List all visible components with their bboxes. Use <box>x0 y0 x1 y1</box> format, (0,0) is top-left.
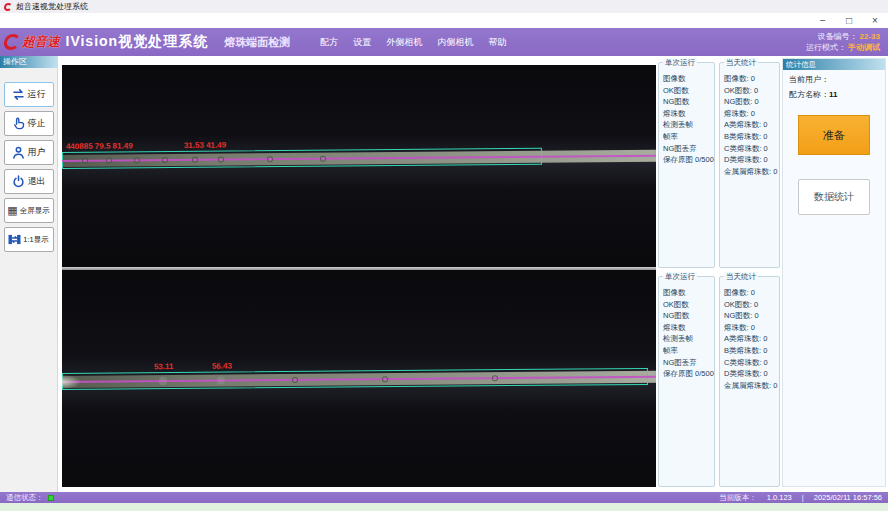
minimize-icon[interactable]: − <box>810 14 836 28</box>
menu-bar: 配方设置外侧相机内侧相机帮助 <box>320 36 506 49</box>
stop-hand-icon <box>12 117 25 130</box>
menu-item[interactable]: 设置 <box>353 36 371 49</box>
device-info: 设备编号：22-33 运行模式：手动调试 <box>806 31 888 53</box>
app-logo-icon <box>3 3 12 11</box>
bead-mark <box>382 376 388 382</box>
single-run-groupbox: 单次运行 图像数OK图数NG图数熔珠数检测丢帧帧率NG图丢弃保存原图 0/500 <box>658 276 715 487</box>
app-subtitle: 熔珠端面检测 <box>224 35 290 50</box>
one-to-one-button-label: 1:1显示 <box>23 235 48 245</box>
measurement-annotation: 440885 79.5 81.49 <box>66 141 133 151</box>
stat-value: D类熔珠数: 0 <box>724 154 776 166</box>
comm-status: 通信状态： <box>6 493 54 503</box>
device-number-label: 设备编号： <box>818 32 858 41</box>
status-bar: 通信状态： 当前版本： 1.0.123 | 2025/02/11 16:57:5… <box>0 492 888 503</box>
bead-mark <box>106 158 112 164</box>
daily-stats-items: 图像数: 0OK图数: 0NG图数: 0熔珠数: 0A类熔珠数: 0B类熔珠数:… <box>720 277 779 391</box>
stat-value: 图像数: 0 <box>724 287 776 299</box>
stop-button[interactable]: 停止 <box>4 111 54 136</box>
stat-label: NG图数 <box>663 96 711 108</box>
one-to-one-button[interactable]: 1:1显示 <box>4 227 54 252</box>
stat-label: NG图丢弃 <box>663 357 711 369</box>
menu-item[interactable]: 内侧相机 <box>437 36 473 49</box>
exit-button[interactable]: 退出 <box>4 169 54 194</box>
info-panel-title: 统计信息 <box>783 59 885 70</box>
stop-button-label: 停止 <box>28 117 46 130</box>
stat-label: 检测丢帧 <box>663 333 711 345</box>
taskbar-strip <box>0 503 888 511</box>
comm-status-indicator-icon <box>48 495 54 501</box>
stat-label: 图像数 <box>663 73 711 85</box>
user-button[interactable]: 用户 <box>4 140 54 165</box>
run-button[interactable]: 运行 <box>4 82 54 107</box>
daily-stats-groupbox: 当天统计 图像数: 0OK图数: 0NG图数: 0熔珠数: 0A类熔珠数: 0B… <box>719 276 780 487</box>
single-run-items: 图像数OK图数NG图数熔珠数检测丢帧帧率NG图丢弃保存原图 0/500 <box>659 277 714 380</box>
stats-panel-top: 单次运行 图像数OK图数NG图数熔珠数检测丢帧帧率NG图丢弃保存原图 0/500… <box>658 58 780 268</box>
single-run-items: 图像数OK图数NG图数熔珠数检测丢帧帧率NG图丢弃保存原图 0/500 <box>659 63 714 166</box>
exit-button-label: 退出 <box>28 175 46 188</box>
menu-item[interactable]: 帮助 <box>488 36 506 49</box>
menu-item[interactable]: 外侧相机 <box>386 36 422 49</box>
recipe-name-row: 配方名称：11 <box>783 85 885 100</box>
daily-stats-groupbox: 当天统计 图像数: 0OK图数: 0NG图数: 0熔珠数: 0A类熔珠数: 0B… <box>719 62 780 268</box>
separator: | <box>802 493 804 502</box>
fullscreen-button[interactable]: ▦ 全屏显示 <box>4 198 54 223</box>
menu-item[interactable]: 配方 <box>320 36 338 49</box>
run-mode-label: 运行模式： <box>806 43 846 52</box>
camera-viewport-bottom: 53.11 56.43 <box>62 270 656 487</box>
recipe-name-value: 11 <box>829 90 837 99</box>
window-title: 超音速视觉处理系统 <box>16 3 88 11</box>
groupbox-title: 单次运行 <box>663 272 697 281</box>
stat-value: 金属屑熔珠数: 0 <box>724 380 776 392</box>
bead-mark <box>162 157 168 163</box>
run-icon <box>12 88 25 101</box>
bead-mark <box>82 158 88 164</box>
stat-value: B类熔珠数: 0 <box>724 345 776 357</box>
version-info: 当前版本： 1.0.123 | 2025/02/11 16:57:56 <box>719 493 882 503</box>
stat-label: 帧率 <box>663 345 711 357</box>
user-icon <box>12 146 25 159</box>
stat-value: OK图数: 0 <box>724 299 776 311</box>
device-number-row: 设备编号：22-33 <box>806 31 880 42</box>
bead-mark <box>192 157 198 163</box>
data-statistics-button[interactable]: 数据统计 <box>798 179 870 215</box>
version-value: 1.0.123 <box>767 493 792 502</box>
comm-status-label: 通信状态： <box>6 493 44 503</box>
brand-name: 超音速 <box>22 33 60 51</box>
stat-label: 帧率 <box>663 131 711 143</box>
measurement-annotation: 56.43 <box>212 362 232 371</box>
stat-value: C类熔珠数: 0 <box>724 143 776 155</box>
groupbox-title: 当天统计 <box>724 58 758 67</box>
app-window: 超音速视觉处理系统 − □ × 超音速 IVision视觉处理系统 熔珠端面检测… <box>0 0 888 522</box>
app-header: 超音速 IVision视觉处理系统 熔珠端面检测 配方设置外侧相机内侧相机帮助 … <box>0 28 888 56</box>
stat-label: 保存原图 0/500 <box>663 154 711 166</box>
restore-icon[interactable]: □ <box>836 14 862 28</box>
fullscreen-grid-icon: ▦ <box>7 205 17 216</box>
measurement-annotation: 31.53 41.49 <box>184 141 226 150</box>
stats-panel-bottom: 单次运行 图像数OK图数NG图数熔珠数检测丢帧帧率NG图丢弃保存原图 0/500… <box>658 272 780 487</box>
prepare-button[interactable]: 准备 <box>798 115 870 155</box>
bead-mark <box>218 157 224 163</box>
groupbox-title: 单次运行 <box>663 58 697 67</box>
statistics-info-panel: 统计信息 当前用户： 配方名称：11 准备 数据统计 <box>782 58 886 487</box>
bead-mark <box>292 377 298 383</box>
version-label: 当前版本： <box>719 493 757 503</box>
window-titlebar: 超音速视觉处理系统 <box>0 0 888 13</box>
stat-value: A类熔珠数: 0 <box>724 119 776 131</box>
window-controls: − □ × <box>0 13 888 28</box>
bead-mark <box>267 156 273 162</box>
stat-label: 熔珠数 <box>663 322 711 334</box>
close-icon[interactable]: × <box>862 14 888 28</box>
stat-value: B类熔珠数: 0 <box>724 131 776 143</box>
bright-spot <box>62 375 80 389</box>
stat-value: D类熔珠数: 0 <box>724 368 776 380</box>
current-user-label: 当前用户： <box>789 75 829 84</box>
power-icon <box>12 175 25 188</box>
sidebar-title: 操作区 <box>0 56 57 68</box>
one-to-one-icon <box>8 233 21 246</box>
stat-label: 检测丢帧 <box>663 119 711 131</box>
stat-value: A类熔珠数: 0 <box>724 333 776 345</box>
sidebar-buttons: 运行 停止 用户 <box>0 82 57 252</box>
run-button-label: 运行 <box>28 88 46 101</box>
stat-value: C类熔珠数: 0 <box>724 357 776 369</box>
single-run-groupbox: 单次运行 图像数OK图数NG图数熔珠数检测丢帧帧率NG图丢弃保存原图 0/500 <box>658 62 715 268</box>
